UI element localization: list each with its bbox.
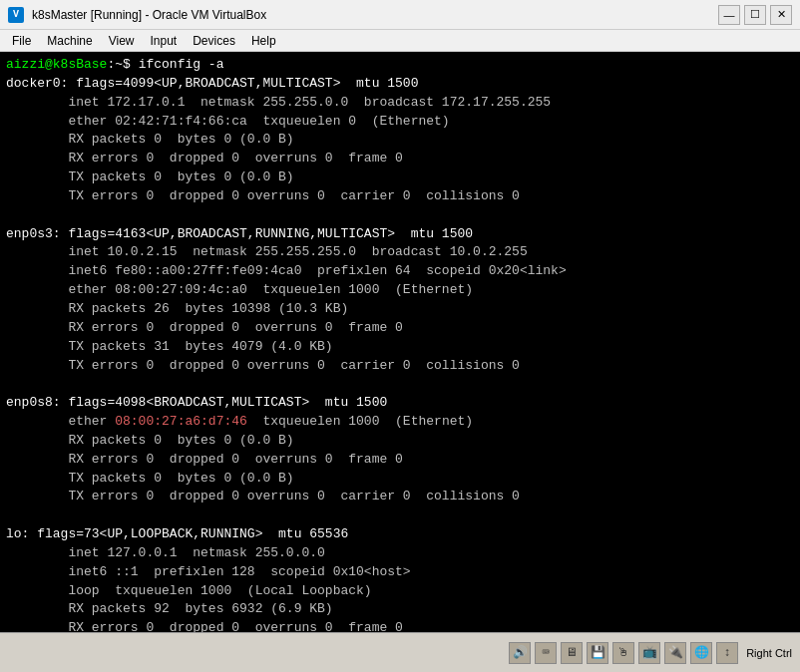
menu-file[interactable]: File <box>4 30 39 51</box>
minimize-button[interactable]: — <box>718 5 740 25</box>
titlebar-controls: — ☐ ✕ <box>718 5 792 25</box>
status-icon-3: 🖥 <box>561 642 583 664</box>
menu-help[interactable]: Help <box>243 30 284 51</box>
close-button[interactable]: ✕ <box>770 5 792 25</box>
status-icon-5: 🖱 <box>612 642 634 664</box>
menubar: File Machine View Input Devices Help <box>0 30 800 52</box>
right-ctrl-label: Right Ctrl <box>746 647 792 659</box>
maximize-button[interactable]: ☐ <box>744 5 766 25</box>
status-icon-2: ⌨ <box>535 642 557 664</box>
menu-view[interactable]: View <box>101 30 143 51</box>
vbox-icon: V <box>8 7 24 23</box>
terminal-output[interactable]: aizzi@k8sBase:~$ ifconfig -a docker0: fl… <box>0 52 800 632</box>
titlebar-left: V k8sMaster [Running] - Oracle VM Virtua… <box>8 7 266 23</box>
status-icon-9: ↕ <box>716 642 738 664</box>
status-icon-1: 🔊 <box>509 642 531 664</box>
status-icon-7: 🔌 <box>664 642 686 664</box>
status-icon-6: 📺 <box>638 642 660 664</box>
statusbar: 🔊 ⌨ 🖥 💾 🖱 📺 🔌 🌐 ↕ Right Ctrl <box>0 632 800 672</box>
menu-input[interactable]: Input <box>143 30 186 51</box>
status-icon-8: 🌐 <box>690 642 712 664</box>
status-icon-4: 💾 <box>587 642 608 664</box>
menu-machine[interactable]: Machine <box>39 30 100 51</box>
titlebar: V k8sMaster [Running] - Oracle VM Virtua… <box>0 0 800 30</box>
titlebar-title: k8sMaster [Running] - Oracle VM VirtualB… <box>32 8 266 22</box>
menu-devices[interactable]: Devices <box>185 30 243 51</box>
